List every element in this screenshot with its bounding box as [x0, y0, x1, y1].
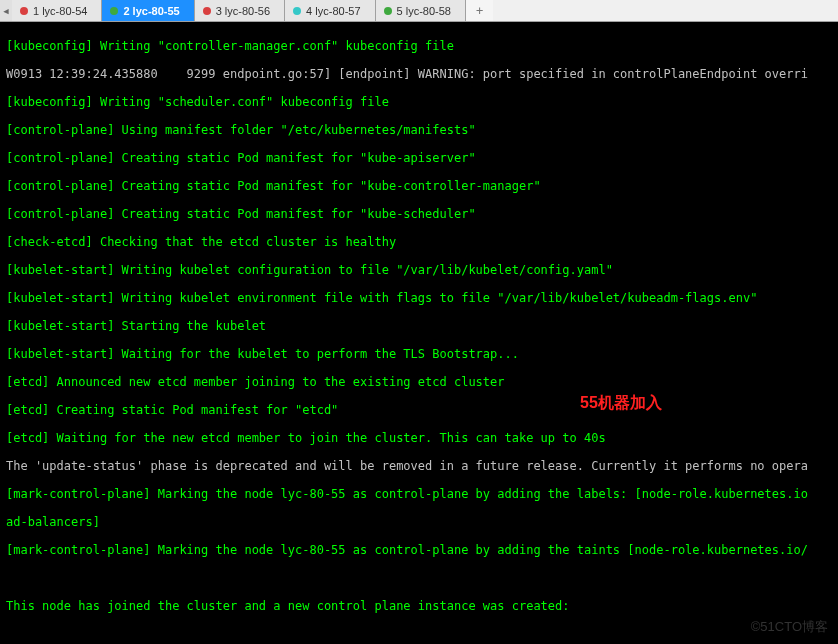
log-line: [kubelet-start] Writing kubelet environm… — [6, 291, 832, 305]
status-dot-icon — [20, 7, 28, 15]
tab-lyc-80-57[interactable]: 4 lyc-80-57 — [285, 0, 375, 21]
tab-label: 2 lyc-80-55 — [123, 5, 179, 17]
tab-label: 3 lyc-80-56 — [216, 5, 270, 17]
log-line — [6, 627, 832, 641]
log-line: ad-balancers] — [6, 515, 832, 529]
log-line: [kubelet-start] Starting the kubelet — [6, 319, 832, 333]
tab-label: 4 lyc-80-57 — [306, 5, 360, 17]
watermark-label: ©51CTO博客 — [751, 618, 828, 636]
log-line: This node has joined the cluster and a n… — [6, 599, 832, 613]
log-line: [kubelet-start] Writing kubelet configur… — [6, 263, 832, 277]
annotation-label: 55机器加入 — [580, 393, 662, 414]
log-line: [etcd] Creating static Pod manifest for … — [6, 403, 832, 417]
log-line: [check-etcd] Checking that the etcd clus… — [6, 235, 832, 249]
tab-lyc-80-56[interactable]: 3 lyc-80-56 — [195, 0, 285, 21]
status-dot-icon — [384, 7, 392, 15]
tab-bar: ◀ 1 lyc-80-54 2 lyc-80-55 3 lyc-80-56 4 … — [0, 0, 838, 22]
tab-new-button[interactable]: + — [466, 0, 493, 21]
log-line: [control-plane] Creating static Pod mani… — [6, 151, 832, 165]
log-line: [etcd] Announced new etcd member joining… — [6, 375, 832, 389]
log-line: The 'update-status' phase is deprecated … — [6, 459, 832, 473]
log-line: [control-plane] Using manifest folder "/… — [6, 123, 832, 137]
status-dot-icon — [203, 7, 211, 15]
tab-lyc-80-54[interactable]: 1 lyc-80-54 — [12, 0, 102, 21]
log-line: [mark-control-plane] Marking the node ly… — [6, 543, 832, 557]
tab-lyc-80-55[interactable]: 2 lyc-80-55 — [102, 0, 194, 21]
log-line: [kubelet-start] Waiting for the kubelet … — [6, 347, 832, 361]
tab-label: 5 lyc-80-58 — [397, 5, 451, 17]
log-line: [kubeconfig] Writing "controller-manager… — [6, 39, 832, 53]
status-dot-icon — [110, 7, 118, 15]
log-line: W0913 12:39:24.435880 9299 endpoint.go:5… — [6, 67, 832, 81]
log-line: [etcd] Waiting for the new etcd member t… — [6, 431, 832, 445]
log-line: [control-plane] Creating static Pod mani… — [6, 179, 832, 193]
tab-label: 1 lyc-80-54 — [33, 5, 87, 17]
status-dot-icon — [293, 7, 301, 15]
log-line: [control-plane] Creating static Pod mani… — [6, 207, 832, 221]
log-line: [mark-control-plane] Marking the node ly… — [6, 487, 832, 501]
tab-lyc-80-58[interactable]: 5 lyc-80-58 — [376, 0, 466, 21]
tab-scroll-left[interactable]: ◀ — [0, 0, 12, 21]
log-line: [kubeconfig] Writing "scheduler.conf" ku… — [6, 95, 832, 109]
log-line — [6, 571, 832, 585]
terminal-output[interactable]: [kubeconfig] Writing "controller-manager… — [0, 22, 838, 644]
